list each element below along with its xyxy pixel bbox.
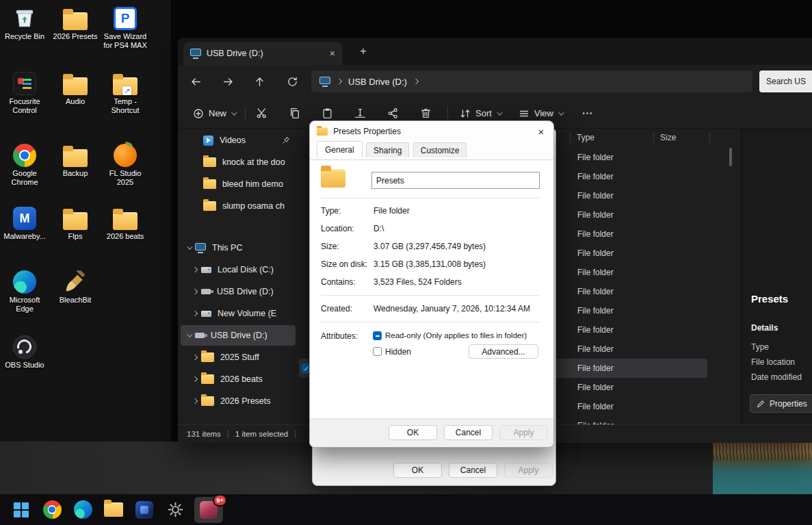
folder-icon [201, 353, 214, 362]
size-label: Size: [321, 242, 339, 251]
folder-icon [63, 203, 87, 230]
tab-close-icon[interactable]: × [330, 48, 335, 59]
desktop-icon-fl-studio[interactable]: FL Studio 2025 [101, 140, 150, 186]
toolbar-divider [447, 106, 448, 120]
fl-studio-icon [114, 140, 137, 167]
folder-name-input[interactable] [371, 172, 540, 189]
properties-button[interactable]: Properties [750, 394, 812, 413]
details-heading: Details [751, 323, 778, 333]
share-icon [387, 107, 399, 119]
sidebar-item-this-pc[interactable]: This PC [181, 238, 296, 258]
chrome-icon [13, 140, 36, 167]
navigation-bar: USB Drive (D:) [178, 65, 812, 98]
sidebar-item-usb-drive-d-selected[interactable]: USB Drive (D:) [181, 325, 296, 346]
desktop-icon-backup[interactable]: Backup [51, 140, 100, 178]
sidebar-item-videos[interactable]: Videos [181, 130, 296, 151]
apply-button[interactable]: Apply [499, 425, 548, 440]
ok-button[interactable]: OK [389, 425, 437, 440]
explorer-tab[interactable]: USB Drive (D:) × [183, 42, 342, 65]
desktop-icon-save-wizard[interactable]: Save Wizard for PS4 MAX [101, 3, 150, 49]
cancel-button[interactable]: Cancel [449, 463, 497, 478]
sidebar-item-folder[interactable]: bleed him demo [181, 174, 296, 194]
location-value: D:\ [374, 224, 384, 233]
desktop-icon-flps[interactable]: Flps [51, 203, 100, 241]
location-label: Location: [321, 224, 354, 233]
refresh-button[interactable] [280, 71, 304, 92]
new-button[interactable]: New [187, 103, 241, 124]
chevron-right-icon [192, 267, 198, 272]
sidebar-item-2026-presets[interactable]: 2026 Presets [181, 391, 296, 411]
column-header-size[interactable]: Size [660, 133, 676, 142]
ellipsis-icon [581, 107, 593, 119]
taskbar-settings-button[interactable] [163, 498, 187, 522]
sidebar-item-2025-stuff[interactable]: 2025 Stuff [181, 347, 296, 368]
up-button[interactable] [248, 71, 271, 92]
tab-customize[interactable]: Customize [413, 142, 467, 157]
ok-button[interactable]: OK [393, 463, 442, 478]
desktop-icon-bleachbit[interactable]: BleachBit [51, 266, 100, 305]
type-label: Type: [321, 206, 341, 216]
back-button[interactable] [184, 71, 207, 92]
videos-icon [203, 136, 213, 146]
desktop-icon-focusrite[interactable]: Focusrite Control [0, 68, 49, 114]
taskbar-chrome-button[interactable] [40, 498, 64, 522]
selection-count: 1 item selected [235, 430, 288, 438]
taskbar-blue-app-button[interactable] [133, 498, 156, 522]
tab-general[interactable]: General [317, 141, 363, 158]
sidebar-item-usb-drive-d[interactable]: USB Drive (D:) [181, 281, 296, 302]
advanced-button[interactable]: Advanced... [469, 344, 538, 359]
taskbar-active-app-button[interactable]: 9+ [194, 497, 223, 523]
blue-app-icon [135, 501, 153, 519]
taskbar: 9+ [0, 494, 812, 525]
copy-button[interactable] [283, 103, 306, 124]
breadcrumb[interactable]: USB Drive (D:) [348, 77, 407, 87]
desktop-icon-chrome[interactable]: Google Chrome [0, 140, 49, 186]
desktop-icon-malwarebytes[interactable]: Malwareby... [0, 203, 49, 241]
cut-button[interactable] [250, 103, 273, 124]
details-pane: Presets Details Type File location Date … [741, 129, 812, 424]
taskbar-explorer-button[interactable] [102, 498, 125, 522]
folder-icon [104, 502, 123, 517]
folder-icon [203, 179, 216, 189]
apply-button[interactable]: Apply [504, 463, 553, 478]
type-value: File folder [374, 206, 410, 216]
forward-button[interactable] [216, 71, 239, 92]
view-icon [519, 108, 529, 119]
chevron-right-icon [192, 355, 198, 360]
dialog-title-bar[interactable]: Presets Properties × [310, 121, 553, 142]
sidebar-item-new-volume-e[interactable]: New Volume (E [181, 303, 296, 324]
desktop-icon-audio[interactable]: Audio [51, 68, 100, 106]
hidden-checkbox[interactable] [373, 347, 382, 356]
readonly-checkbox[interactable] [373, 331, 382, 340]
desktop-icon-2026-beats[interactable]: 2026 beats [101, 203, 150, 241]
chevron-down-icon [558, 110, 564, 115]
taskbar-edge-button[interactable] [71, 498, 94, 522]
pin-icon [282, 136, 290, 144]
save-wizard-icon [114, 3, 137, 30]
search-input[interactable] [759, 71, 812, 92]
sidebar-item-local-disk-c[interactable]: Local Disk (C:) [181, 259, 296, 280]
address-bar[interactable]: USB Drive (D:) [311, 71, 752, 92]
copy-icon [289, 107, 300, 119]
readonly-label: Read-only (Only applies to files in fold… [385, 331, 527, 340]
sidebar-item-folder[interactable]: slump osama ch [181, 196, 296, 216]
vertical-scrollbar[interactable] [729, 148, 732, 166]
cancel-button[interactable]: Cancel [444, 425, 493, 440]
start-button[interactable] [10, 498, 33, 522]
tab-sharing[interactable]: Sharing [366, 142, 409, 157]
sidebar-item-2026-beats[interactable]: 2026 beats [181, 369, 296, 389]
more-options-button[interactable] [576, 103, 599, 124]
dialog-close-icon[interactable]: × [536, 126, 547, 138]
desktop-icon-temp-shortcut[interactable]: Temp - Shortcut [101, 68, 150, 114]
new-tab-button[interactable]: + [354, 44, 372, 58]
chevron-down-icon [187, 244, 192, 249]
desktop-icon-obs[interactable]: OBS Studio [0, 331, 49, 370]
trash-icon [420, 107, 432, 119]
desktop-icon-recycle-bin[interactable]: Recycle Bin [0, 3, 49, 41]
column-header-type[interactable]: Type [577, 133, 594, 142]
usb-drive-icon [201, 289, 211, 294]
desktop-icon-2026-presets[interactable]: 2026 Presets [51, 3, 100, 41]
folder-icon [63, 68, 87, 95]
sidebar-item-folder[interactable]: knock at the doo [181, 152, 296, 172]
desktop-icon-edge[interactable]: Microsoft Edge [0, 266, 49, 313]
